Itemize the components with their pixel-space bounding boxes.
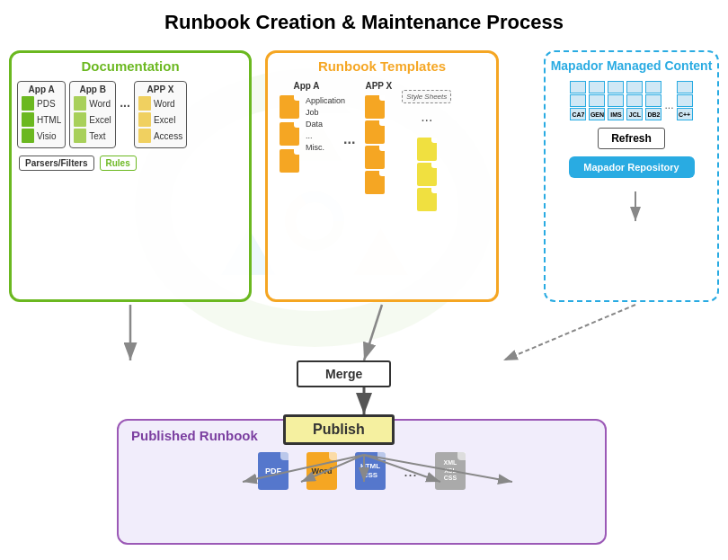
output-dots: ... [404, 462, 417, 490]
tmpl-yellow-doc-2 [417, 163, 437, 186]
tag-db2-bot: DB2 [645, 108, 661, 120]
tmpl-yellow-doc-3 [417, 188, 437, 211]
merge-box: Merge [297, 360, 391, 387]
tmpl-app-a-col: App A Application Job Data ... Misc. [275, 81, 338, 237]
tag-jcl-mid [626, 94, 643, 107]
refresh-button[interactable]: Refresh [598, 128, 665, 149]
output-xml: XMLXSLCSS [435, 452, 466, 490]
xml-output-icon: XMLXSLCSS [435, 452, 466, 490]
app-x-title: APP X [138, 84, 182, 94]
appx-word-icon [138, 96, 151, 111]
parsers-row: Parsers/Filters Rules [12, 150, 249, 171]
mapador-content: CA7 GEN IMS JCL [546, 77, 717, 187]
documentation-title: Documentation [12, 53, 249, 77]
app-x-item-2: Excel [138, 112, 182, 127]
app-x-item-1: Word [138, 96, 182, 111]
tmpl-appx-doc-1 [365, 95, 385, 119]
tmpl-stylesheets-col: Style Sheets ··· [402, 81, 451, 237]
app-a-title: App A [22, 84, 61, 94]
runbook-templates-title: Runbook Templates [268, 53, 496, 77]
stack-ca7: CA7 [570, 81, 586, 120]
app-a-subbox: App A PDS HTML Visio [17, 81, 66, 148]
app-container: App A PDS HTML Visio App B [12, 77, 249, 150]
app-b-item-1: Word [74, 96, 111, 111]
output-pdf: PDF [258, 452, 289, 490]
tmpl-items-list: Application Job Data ... Misc. [304, 93, 345, 155]
tag-cpp-mid [677, 94, 693, 107]
documentation-box: Documentation App A PDS HTML Visio [9, 50, 252, 302]
tmpl-app-x-col: APP X [360, 81, 396, 237]
stack-ims: IMS [608, 81, 624, 120]
tmpl-app-a-title: App A [275, 81, 338, 91]
mapador-box: Mapador Managed Content CA7 GEN IMS [544, 50, 719, 302]
stack-dots-label: ... [664, 81, 673, 111]
stack-jcl: JCL [626, 81, 643, 120]
tag-ims-bot: IMS [608, 108, 624, 120]
output-word: Word [306, 452, 337, 490]
parsers-filters-label: Parsers/Filters [19, 156, 94, 171]
page-title: Runbook Creation & Maintenance Process [0, 0, 728, 41]
tmpl-yellow-docs [417, 136, 437, 213]
tag-cpp-bot: C++ [677, 108, 693, 120]
mapador-title: Mapador Managed Content [546, 52, 717, 77]
app-b-item-2: Excel [74, 112, 111, 127]
tmpl-app-x-title: APP X [360, 81, 396, 91]
stack-gen: GEN [589, 81, 605, 120]
app-x-item-3: Access [138, 129, 182, 143]
mapador-repository: Mapador Repository [569, 156, 695, 178]
publish-box: Publish [283, 414, 395, 445]
tag-ca7-mid [570, 94, 586, 107]
runbook-templates-box: Runbook Templates App A Application Job … [265, 50, 499, 302]
tmpl-doc-1 [280, 95, 299, 119]
text-icon [74, 129, 86, 143]
templates-content: App A Application Job Data ... Misc. [268, 77, 496, 241]
tmpl-app-a-content: Application Job Data ... Misc. [275, 93, 338, 237]
stylesheets-box: Style Sheets [402, 90, 451, 103]
word-icon [74, 96, 86, 111]
mapador-tag-stacks: CA7 GEN IMS JCL [553, 81, 710, 120]
appx-access-icon [138, 129, 151, 143]
tmpl-yellow-doc-1 [417, 138, 437, 161]
app-a-item-3: Visio [22, 129, 61, 143]
visio-icon [22, 129, 34, 143]
stack-dots: ... [664, 81, 673, 120]
tag-ims-mid [608, 94, 624, 107]
tag-gen-mid [589, 94, 605, 107]
app-b-subbox: App B Word Excel Text [69, 81, 116, 148]
tag-jcl-bot: JCL [626, 108, 643, 120]
app-a-item-1: PDS [22, 96, 61, 111]
tmpl-appx-doc-4 [365, 171, 385, 194]
tmpl-appx-doc-3 [365, 146, 385, 169]
word-output-icon: Word [306, 452, 337, 490]
tag-gen-bot: GEN [589, 108, 605, 120]
diagram-area: Documentation App A PDS HTML Visio [0, 41, 728, 554]
style-dots: ··· [421, 112, 432, 129]
stack-cpp: C++ [677, 81, 693, 120]
app-b-title: App B [74, 84, 111, 94]
published-outputs: PDF Word HTMLCSS ... XMLXSLCSS [119, 452, 605, 490]
tag-gen-top [589, 81, 605, 93]
stack-db2: DB2 [645, 81, 661, 120]
app-a-item-2: HTML [22, 112, 61, 127]
rules-label: Rules [100, 156, 137, 171]
pds-icon [22, 96, 34, 111]
tmpl-doc-2 [280, 122, 299, 146]
dots-separator: ··· [120, 81, 130, 113]
tag-jcl-top [626, 81, 643, 93]
app-b-item-3: Text [74, 129, 111, 143]
html-output-icon: HTMLCSS [355, 452, 386, 490]
html-icon [22, 112, 34, 127]
tag-db2-mid [645, 94, 661, 107]
app-x-subbox: APP X Word Excel Access [134, 81, 187, 148]
tmpl-appx-doc-2 [365, 120, 385, 144]
tmpl-app-x-content [360, 93, 396, 210]
output-dots-label: ... [404, 462, 417, 490]
tag-db2-top [645, 81, 661, 93]
output-html: HTMLCSS [355, 452, 386, 490]
tag-ims-top [608, 81, 624, 93]
tag-ca7-top [570, 81, 586, 93]
appx-excel-icon [138, 112, 151, 127]
tmpl-doc-3 [280, 149, 299, 173]
excel-icon [74, 112, 86, 127]
tag-cpp-top [677, 81, 693, 93]
